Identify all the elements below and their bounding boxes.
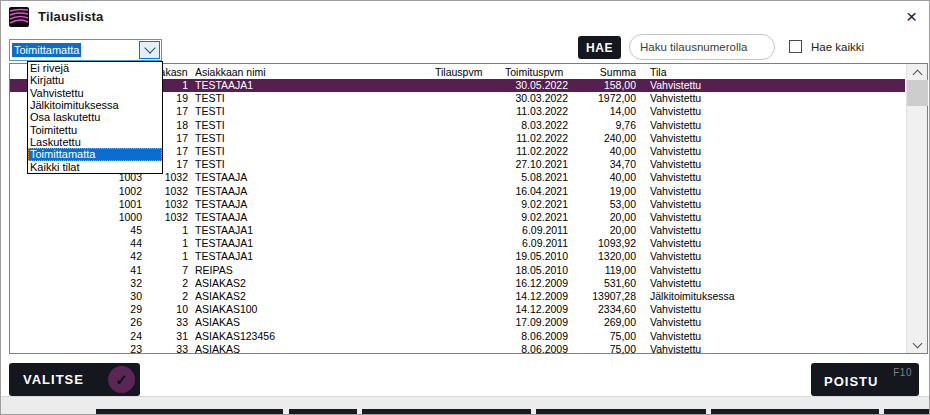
column-header-asiakkaan-nimi[interactable]: Asiakkaan nimi [195,66,430,79]
cell-summa: 531,60 [568,277,636,290]
cell-toimituspvm: 6.09.2011 [501,237,568,250]
cell-nimi: TESTAAJA [195,171,430,184]
dropdown-option[interactable]: Kaikki tilat [28,161,162,173]
cell-asiakasnro: 2 [145,277,188,290]
cell-summa: 1320,00 [568,250,636,263]
cell-tilauspvm [435,198,501,211]
cell-tilauspvm [435,290,501,303]
cell-asiakasnro: 1032 [145,211,188,224]
dropdown-option[interactable]: Toimittamatta [28,148,162,160]
cell-tila: Vahvistettu [650,211,900,224]
cell-summa: 158,00 [568,79,636,92]
cell-tilauspvm [435,171,501,184]
column-header-tila[interactable]: Tila [650,66,900,79]
cell-toimituspvm: 19.05.2010 [501,250,568,263]
column-header-summa[interactable]: Summa [568,66,636,79]
vertical-scrollbar[interactable] [906,64,927,353]
cell-nimi: ASIAKAS2 [195,290,430,303]
cell-tila: Vahvistettu [650,277,900,290]
cell-tilausnro: 24 [11,330,142,343]
cell-tilausnro: 1002 [11,185,142,198]
cell-summa: 1972,00 [568,92,636,105]
exit-button[interactable]: POISTU F10 [811,363,919,396]
table-row[interactable]: 10001032TESTAAJA9.02.202120,00Vahvistett… [10,211,905,224]
cell-nimi: ASIAKAS [195,343,430,356]
window-title: Tilauslista [38,9,104,24]
title-bar: Tilauslista × [1,1,929,33]
cell-summa: 40,00 [568,145,636,158]
column-header-tilauspvm[interactable]: Tilauspvm [435,66,501,79]
select-button[interactable]: VALITSE ✓ [9,363,140,396]
table-row[interactable]: 441TESTAAJA16.09.20111093,92Vahvistettu [10,237,905,250]
cell-asiakasnro: 1032 [145,185,188,198]
cell-asiakasnro: 31 [145,330,188,343]
search-all-option: Hae kaikki [789,40,864,53]
table-row[interactable]: 451TESTAAJA16.09.201120,00Vahvistettu [10,224,905,237]
cell-nimi: TESTAAJA1 [195,250,430,263]
cell-toimituspvm: 30.03.2022 [501,92,568,105]
table-row[interactable]: 2633ASIAKAS17.09.2009269,00Vahvistettu [10,316,905,329]
search-button[interactable]: HAE [578,36,621,59]
table-row[interactable]: 10021032TESTAAJA16.04.202119,00Vahvistet… [10,185,905,198]
cell-tilauspvm [435,105,501,118]
cell-asiakasnro: 1 [145,224,188,237]
dropdown-option[interactable]: Ei rivejä [28,62,162,74]
background-window-button [711,409,879,414]
cell-asiakasnro: 33 [145,343,188,356]
dropdown-option[interactable]: Kirjattu [28,74,162,86]
cell-summa: 269,00 [568,316,636,329]
cell-nimi: TESTI [195,92,430,105]
cell-tila: Vahvistettu [650,250,900,263]
table-row[interactable]: 2910ASIAKAS10014.12.20092334,60Vahvistet… [10,303,905,316]
cell-tila: Vahvistettu [650,264,900,277]
scrollbar-thumb[interactable] [907,80,928,106]
dropdown-option[interactable]: Laskutettu [28,136,162,148]
cell-toimituspvm: 16.12.2009 [501,277,568,290]
cell-tilauspvm [435,185,501,198]
cell-tila: Vahvistettu [650,303,900,316]
search-all-checkbox[interactable] [789,40,802,53]
cell-nimi: TESTI [195,119,430,132]
table-row[interactable]: 417REIPAS18.05.2010119,00Vahvistettu [10,264,905,277]
table-row[interactable]: 10011032TESTAAJA9.02.202153,00Vahvistett… [10,198,905,211]
cell-tilauspvm [435,330,501,343]
cell-tilauspvm [435,119,501,132]
cell-toimituspvm: 8.06.2009 [501,330,568,343]
cell-tilausnro: 30 [11,290,142,303]
cell-nimi: TESTAAJA1 [195,224,430,237]
cell-nimi: TESTI [195,105,430,118]
status-filter-combobox[interactable]: Toimittamatta [9,39,162,61]
cell-nimi: TESTI [195,132,430,145]
scroll-up-icon[interactable] [907,64,928,80]
cell-tilausnro: 1001 [11,198,142,211]
dropdown-option[interactable]: Jälkitoimituksessa [28,99,162,111]
cell-toimituspvm: 30.05.2022 [501,79,568,92]
background-window-button [884,409,930,414]
cell-summa: 14,00 [568,105,636,118]
cell-nimi: TESTAAJA [195,185,430,198]
dropdown-option[interactable]: Osa laskutettu [28,111,162,123]
cell-toimituspvm: 8.03.2022 [501,119,568,132]
background-window-strip [1,396,929,414]
dropdown-option[interactable]: Toimitettu [28,124,162,136]
table-row[interactable]: 302ASIAKAS214.12.200913907,28Jälkitoimit… [10,290,905,303]
cell-tilausnro: 26 [11,316,142,329]
status-dropdown-list: Ei rivejäKirjattuVahvistettuJälkitoimitu… [27,61,163,174]
combobox-dropdown-button[interactable] [139,41,160,59]
cell-nimi: ASIAKAS [195,316,430,329]
close-icon[interactable]: × [906,5,917,29]
select-button-label: VALITSE [23,372,84,387]
table-row[interactable]: 421TESTAAJA119.05.20101320,00Vahvistettu [10,250,905,263]
order-number-search-input[interactable] [629,34,775,60]
table-row[interactable]: 322ASIAKAS216.12.2009531,60Vahvistettu [10,277,905,290]
table-row[interactable]: 2431ASIAKAS1234568.06.200975,00Vahvistet… [10,330,905,343]
cell-tila: Vahvistettu [650,119,900,132]
scroll-down-icon[interactable] [907,337,928,353]
dropdown-option[interactable]: Vahvistettu [28,87,162,99]
cell-asiakasnro: 7 [145,264,188,277]
cell-tilauspvm [435,158,501,171]
table-row[interactable]: 2333ASIAKAS8.06.200975,00Vahvistettu [10,343,905,356]
cell-tila: Vahvistettu [650,171,900,184]
cell-tila: Vahvistettu [650,330,900,343]
exit-shortcut-hint: F10 [893,367,912,378]
